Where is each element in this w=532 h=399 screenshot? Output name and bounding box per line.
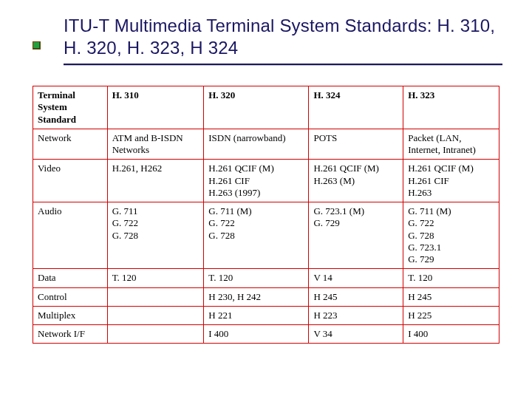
table-cell: T. 120 [107, 269, 204, 287]
row-label: Network [33, 129, 108, 160]
bullet-icon [33, 41, 41, 50]
table-cell [107, 287, 204, 306]
table-cell: H.261 QCIF (M)H.263 (M) [309, 160, 403, 202]
table-cell: Packet (LAN, Internet, Intranet) [403, 129, 499, 160]
table-cell: T. 120 [403, 269, 499, 287]
row-label: Multiplex [33, 306, 108, 324]
table-cell: H.261, H262 [107, 160, 204, 202]
table-cell: I 400 [204, 325, 309, 344]
table-cell: H 245 [309, 287, 403, 306]
table-row: NetworkATM and B-ISDN NetworksISDN (narr… [33, 129, 499, 160]
table-row: Network I/FI 400V 34I 400 [33, 325, 499, 344]
table-cell: ATM and B-ISDN Networks [107, 129, 204, 160]
table-cell: H 221 [204, 306, 309, 324]
table-cell: POTS [309, 129, 403, 160]
table-row: VideoH.261, H262H.261 QCIF (M)H.261 CIFH… [33, 160, 499, 202]
row-label: Data [33, 269, 108, 287]
col-header: Terminal System Standard [33, 86, 108, 129]
table-cell: I 400 [403, 325, 499, 344]
table-cell: G. 711 (M)G. 722G. 728G. 723.1G. 729 [403, 202, 499, 269]
table-cell: H 230, H 242 [204, 287, 309, 306]
table-cell: G. 711 (M)G. 722G. 728 [204, 202, 309, 269]
table-cell: H 245 [403, 287, 499, 306]
row-label: Video [33, 160, 108, 202]
table-cell: V 34 [309, 325, 403, 344]
col-header: H. 323 [403, 86, 499, 129]
table-cell: V 14 [309, 269, 403, 287]
table-cell: ISDN (narrowband) [204, 129, 309, 160]
col-header: H. 324 [309, 86, 403, 129]
table-cell: T. 120 [204, 269, 309, 287]
title-underline [64, 64, 502, 65]
table-row: MultiplexH 221H 223H 225 [33, 306, 499, 324]
table-header-row: Terminal System Standard H. 310 H. 320 H… [33, 86, 499, 129]
col-header: H. 310 [107, 86, 204, 129]
table-cell: H 225 [403, 306, 499, 324]
table-row: AudioG. 711G. 722G. 728G. 711 (M)G. 722G… [33, 202, 499, 269]
slide-title: ITU-T Multimedia Terminal System Standar… [64, 15, 502, 59]
table-row: DataT. 120T. 120V 14T. 120 [33, 269, 499, 287]
table-cell: G. 711G. 722G. 728 [107, 202, 204, 269]
col-header: H. 320 [204, 86, 309, 129]
row-label: Control [33, 287, 108, 306]
standards-table: Terminal System Standard H. 310 H. 320 H… [33, 86, 499, 344]
table-cell [107, 306, 204, 324]
table-cell: H 223 [309, 306, 403, 324]
row-label: Network I/F [33, 325, 108, 344]
row-label: Audio [33, 202, 108, 269]
table-cell: H.261 QCIF (M)H.261 CIFH.263 (1997) [204, 160, 309, 202]
table-cell: G. 723.1 (M)G. 729 [309, 202, 403, 269]
table-cell [107, 325, 204, 344]
table-cell: H.261 QCIF (M)H.261 CIFH.263 [403, 160, 499, 202]
table-row: ControlH 230, H 242H 245H 245 [33, 287, 499, 306]
